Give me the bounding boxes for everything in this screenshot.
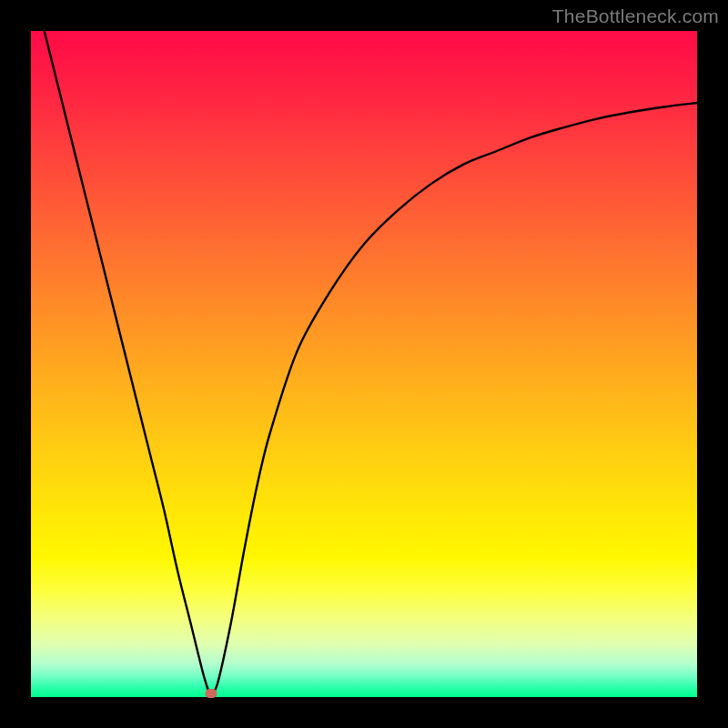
optimal-point-marker: [205, 689, 217, 698]
watermark-text: TheBottleneck.com: [552, 5, 719, 27]
bottleneck-curve: [31, 31, 697, 697]
chart-frame: TheBottleneck.com: [0, 0, 728, 728]
plot-area: [31, 31, 697, 697]
